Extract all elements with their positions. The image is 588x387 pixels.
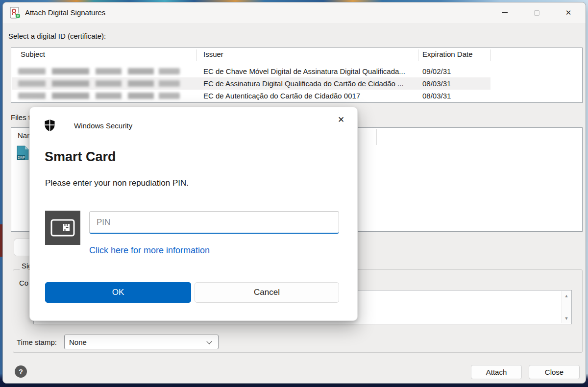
dwf-file-icon: DWF (17, 145, 29, 160)
app-icon (10, 7, 21, 19)
dwf-badge-label: DWF (18, 156, 25, 159)
redacted-subject (18, 80, 180, 87)
attach-label-rest: ttach (491, 368, 507, 376)
window-title: Attach Digital Signatures (25, 8, 105, 17)
column-header-issuer[interactable]: Issuer (203, 50, 223, 58)
column-divider (376, 129, 377, 145)
timestamp-label: Time stamp: (17, 338, 57, 346)
minimize-button[interactable] (493, 2, 516, 23)
redacted-subject (18, 68, 180, 74)
column-divider (196, 49, 197, 61)
maximize-icon (534, 10, 539, 16)
column-header-expiration[interactable]: Expiration Date (422, 50, 473, 58)
smart-card-icon (45, 211, 80, 245)
titlebar: Attach Digital Signatures ✕ (3, 2, 586, 23)
certificate-section-label: Select a digital ID (certificate): (8, 32, 106, 40)
table-row[interactable]: EC de Chave Móvel Digital de Assinatura … (12, 65, 490, 77)
expiration-cell: 08/03/31 (422, 92, 451, 100)
table-row-selected[interactable]: EC de Assinatura Digital Qualificada do … (12, 77, 490, 90)
dialog-app-title: Windows Security (74, 121, 132, 130)
table-row[interactable]: EC de Autenticação do Cartão de Cidadão … (12, 90, 490, 102)
issuer-cell: EC de Autenticação do Cartão de Cidadão … (203, 92, 360, 100)
close-label: Close (545, 368, 564, 376)
close-icon: ✕ (338, 115, 344, 124)
cancel-button[interactable]: Cancel (195, 282, 339, 303)
pin-input[interactable] (89, 211, 339, 234)
windows-security-shield-icon (44, 119, 56, 132)
attach-button[interactable]: Attach (471, 365, 522, 379)
column-header-subject[interactable]: Subject (21, 50, 45, 58)
scroll-down-icon[interactable]: ▼ (562, 314, 571, 322)
dialog-message: Please enter your non repudiation PIN. (45, 178, 189, 188)
windows-security-dialog: Windows Security ✕ Smart Card Please ent… (29, 107, 358, 321)
issuer-cell: EC de Assinatura Digital Qualificada do … (203, 79, 404, 88)
ok-button[interactable]: OK (45, 282, 191, 303)
files-section-label: Files t (11, 113, 30, 121)
close-icon: ✕ (565, 8, 572, 17)
minimize-icon (502, 12, 508, 13)
expiration-cell: 09/02/31 (422, 67, 451, 75)
attach-label-accel: A (486, 368, 491, 376)
help-icon: ? (19, 368, 23, 376)
dialog-title: Smart Card (45, 149, 116, 165)
certificate-table: Subject Issuer Expiration Date EC de Cha… (11, 48, 583, 103)
comment-label: Co (19, 279, 28, 287)
column-divider (418, 49, 418, 61)
close-window-button[interactable]: ✕ (557, 2, 580, 23)
dialog-close-button[interactable]: ✕ (335, 113, 347, 126)
expiration-cell: 08/03/31 (422, 79, 451, 88)
chevron-down-icon (206, 339, 212, 344)
maximize-button[interactable] (525, 2, 548, 23)
timestamp-value: None (69, 338, 87, 346)
comment-scrollbar[interactable]: ▲ ▼ (562, 291, 571, 323)
help-button[interactable]: ? (15, 365, 27, 378)
close-button[interactable]: Close (529, 365, 580, 379)
scroll-up-icon[interactable]: ▲ (562, 292, 571, 300)
issuer-cell: EC de Chave Móvel Digital de Assinatura … (203, 67, 405, 75)
column-divider (490, 49, 491, 61)
redacted-subject (18, 93, 180, 99)
timestamp-dropdown[interactable]: None (64, 335, 219, 349)
more-information-link[interactable]: Click here for more information (89, 245, 210, 256)
